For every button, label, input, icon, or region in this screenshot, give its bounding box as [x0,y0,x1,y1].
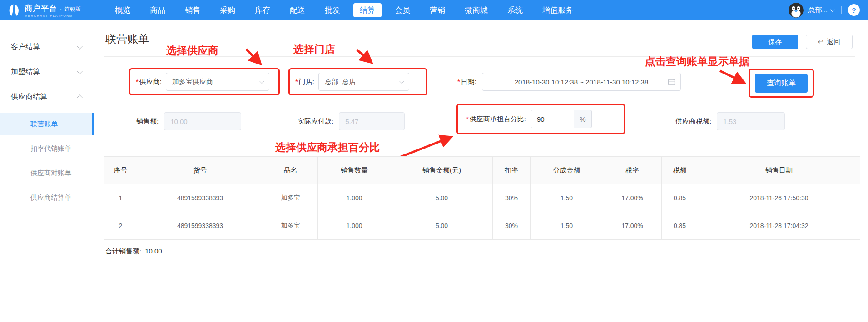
percent-unit-addon: % [574,110,592,128]
sidebar-group-label: 加盟结算 [11,67,40,77]
nav-item-system[interactable]: 系统 [501,3,529,17]
supplier-label: *供应商: [136,78,162,86]
nav-item-members[interactable]: 会员 [388,3,417,17]
query-bill-button[interactable]: 查询账单 [755,74,808,93]
sidebar-item-supplier-reconciliation[interactable]: 供应商对账单 [0,162,94,184]
help-button[interactable]: ? [848,4,860,16]
table-cell: 30% [493,212,531,240]
sidebar-group-franchise-settlement[interactable]: 加盟结算 [0,59,94,84]
table-header-row: 序号 货号 品名 销售数量 销售金额(元) 扣率 分成金额 税率 税额 销售日期 [104,157,860,184]
sidebar-group-label: 供应商结算 [11,92,47,102]
date-label: *日期: [457,78,476,86]
sidebar-submenu: 联营账单 扣率代销账单 供应商对账单 供应商结算单 [0,113,94,209]
table-cell: 1.000 [318,184,391,212]
chevron-down-icon[interactable] [830,7,835,12]
sidebar-item-supplier-settlement-doc[interactable]: 供应商结算单 [0,186,94,209]
page-body: 客户结算 加盟结算 供应商结算 联营账单 扣率代销账单 供应商对账单 供应商结算… [0,20,868,322]
supplier-percent-label: *供应商承担百分比: [466,115,526,124]
arrow-to-query-button [720,71,743,82]
table-cell: 1 [104,184,137,212]
supplier-tax-input [717,112,785,130]
brand-separator: · [60,6,62,12]
table-cell: 2 [104,212,137,240]
nav-item-sales[interactable]: 销售 [179,3,207,17]
brand-title: 商户平台 [25,3,57,14]
save-button[interactable]: 保存 [752,35,798,49]
brand-subtitle: MERCHANT PLATFORM [25,14,81,17]
nav-item-purchase[interactable]: 采购 [213,3,242,17]
back-button[interactable]: ↩ 返回 [806,35,853,49]
supplier-tax-group: 供应商税额: [675,112,785,130]
store-select-value: 总部_总店 [325,78,356,86]
col-tax-amount: 税额 [662,157,698,184]
main-content: 联营账单 保存 ↩ 返回 *供应商: 加多宝供应商 *门店: 总部_总店 [94,20,868,322]
nav-item-marketing[interactable]: 营销 [423,3,451,17]
brand-edition: 连锁版 [64,5,81,13]
required-mark: * [295,78,298,85]
chevron-down-icon [77,44,83,50]
supplier-select-value: 加多宝供应商 [172,78,213,86]
table-cell: 1.50 [531,212,603,240]
store-select[interactable]: 总部_总店 [318,73,409,91]
col-tax-rate: 税率 [603,157,662,184]
page-title: 联营账单 [105,32,149,46]
table-cell: 17.00% [603,184,662,212]
sidebar-item-joint-bill[interactable]: 联营账单 [0,113,94,135]
col-sales-date: 销售日期 [698,157,860,184]
back-button-label: 返回 [827,38,840,46]
sidebar-item-deduction-consignment-bill[interactable]: 扣率代销账单 [0,137,94,160]
table-cell: 2018-11-26 17:50:30 [698,184,860,212]
nav-item-goods[interactable]: 商品 [144,3,172,17]
table-row: 2 4891599338393 加多宝 1.000 5.00 30% 1.50 … [104,212,860,240]
col-sales-amount: 销售金额(元) [391,157,493,184]
topbar: 商户平台 · 连锁版 MERCHANT PLATFORM 概览 商品 销售 采购… [0,0,868,20]
nav-item-wholesale[interactable]: 批发 [318,3,347,17]
date-range-input[interactable]: 2018-10-30 10:12:38 ~ 2018-11-30 10:12:3… [482,73,681,91]
back-arrow-icon: ↩ [818,38,824,46]
sidebar-group-supplier-settlement[interactable]: 供应商结算 [0,84,94,109]
nav-item-inventory[interactable]: 库存 [248,3,277,17]
sidebar-group-customer-settlement[interactable]: 客户结算 [0,35,94,59]
nav-item-value-added[interactable]: 增值服务 [536,3,580,17]
table-cell: 加多宝 [263,212,318,240]
nav-item-micro-mall[interactable]: 微商城 [458,3,494,17]
total-sales-line: 合计销售额: 10.00 [105,247,162,256]
top-nav: 概览 商品 销售 采购 库存 配送 批发 结算 会员 营销 微商城 系统 增值服… [109,3,580,17]
supplier-select[interactable]: 加多宝供应商 [166,73,269,91]
topbar-divider [841,6,842,14]
supplier-tax-label: 供应商税额: [675,117,711,126]
table-cell: 1.000 [318,212,391,240]
table-cell: 30% [493,184,531,212]
user-avatar[interactable] [789,3,804,18]
actual-payable-group: 实际应付款: [298,112,405,130]
date-range-value: 2018-10-30 10:12:38 ~ 2018-11-30 10:12:3… [515,78,649,86]
annotation-select-supplier: 选择供应商 [166,44,218,58]
nav-item-delivery[interactable]: 配送 [283,3,312,17]
query-button-highlight-box: 查询账单 [749,69,814,98]
nav-item-overview[interactable]: 概览 [109,3,137,17]
actual-payable-input [339,112,405,130]
arrow-to-percent-box [400,138,450,157]
sidebar-group-label: 客户结算 [11,42,40,52]
brand: 商户平台 · 连锁版 MERCHANT PLATFORM [7,3,103,17]
sales-amount-group: 销售额: [136,112,241,130]
store-label: *门店: [295,78,314,86]
user-name[interactable]: 总部... [808,6,828,15]
col-seq: 序号 [104,157,137,184]
table-cell: 4891599338393 [137,184,263,212]
brand-logo-icon [7,3,20,17]
table-cell: 1.50 [531,184,603,212]
chevron-down-icon [399,79,404,84]
total-sales-value: 10.00 [145,247,162,256]
annotation-click-query: 点击查询账单显示单据 [645,54,749,69]
table-cell: 17.00% [603,212,662,240]
topbar-right: 总部... ? [789,3,860,18]
nav-item-settlement[interactable]: 结算 [353,3,382,17]
supplier-percent-highlight-box: *供应商承担百分比: % [456,104,625,134]
brand-text: 商户平台 · 连锁版 MERCHANT PLATFORM [25,3,81,17]
table-cell: 0.85 [662,184,698,212]
col-item-name: 品名 [263,157,318,184]
chevron-down-icon [77,69,83,74]
calendar-icon [668,78,675,86]
supplier-percent-input[interactable] [531,110,574,128]
